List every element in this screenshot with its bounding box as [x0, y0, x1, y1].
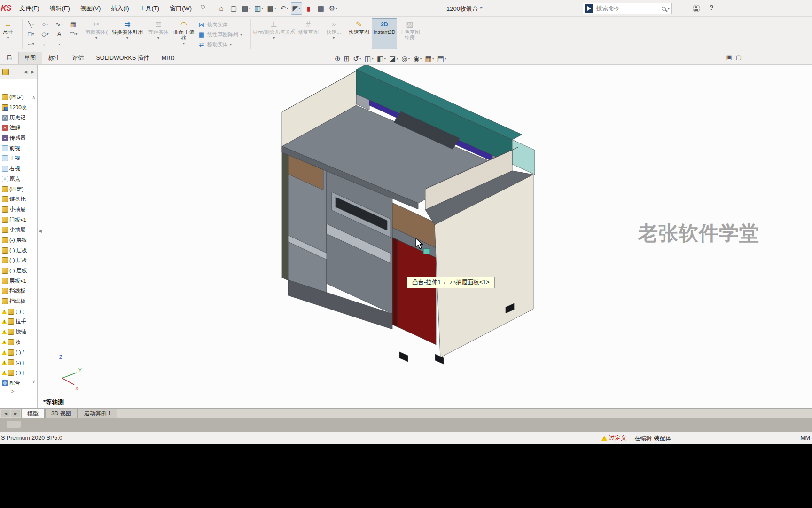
- tree-item[interactable]: (-) 层板: [0, 235, 37, 246]
- dropdown-caret-icon[interactable]: ▾: [298, 6, 300, 10]
- tree-item[interactable]: (-) }: [0, 357, 37, 368]
- options-gear-icon[interactable]: ⚙ ▾: [328, 2, 339, 15]
- doctab-prev-icon[interactable]: ◀: [1, 410, 10, 417]
- ribbon-shaded-contours-button[interactable]: 上色草图轮廓 ▾: [397, 18, 422, 49]
- dropdown-caret-icon[interactable]: ▾: [445, 56, 446, 61]
- undock-ribbon-icon[interactable]: ▣: [726, 54, 732, 61]
- menu-file[interactable]: 文件(F): [14, 0, 45, 17]
- tree-item[interactable]: 门板<1: [0, 214, 37, 225]
- dropdown-caret-icon[interactable]: ▾: [95, 35, 97, 41]
- feature-manager-tab-icon[interactable]: [2, 69, 9, 75]
- dropdown-caret-icon[interactable]: ▾: [408, 56, 410, 61]
- dropdown-caret-icon[interactable]: ▾: [230, 42, 232, 47]
- dropdown-caret-icon[interactable]: ▾: [46, 22, 48, 26]
- dropdown-caret-icon[interactable]: ▾: [61, 22, 63, 26]
- section-view-icon[interactable]: ◫ ▾: [365, 55, 374, 63]
- dropdown-caret-icon[interactable]: ▾: [372, 56, 374, 61]
- tree-item[interactable]: (-) 层板: [0, 245, 37, 255]
- hide-show-items-icon[interactable]: ◎ ▾: [401, 55, 410, 63]
- zoom-fit-icon[interactable]: ⊕ ▾: [335, 55, 341, 63]
- search-icon[interactable]: [662, 7, 666, 11]
- tab-sketch[interactable]: 草图: [18, 52, 42, 64]
- dropdown-caret-icon[interactable]: ▾: [126, 35, 128, 41]
- ribbon-convert-entities-button[interactable]: 转换实体引用 ▾: [109, 18, 146, 49]
- tree-scroll-down-icon[interactable]: ∨: [32, 379, 35, 384]
- model-top-rail-end[interactable]: [512, 140, 535, 175]
- view-settings-icon[interactable]: ▤ ▾: [437, 55, 446, 63]
- fillet-tool-icon[interactable]: ⌐ ▾: [38, 39, 52, 49]
- save-icon[interactable]: ▥ ▾: [253, 2, 265, 15]
- panel-collapse-icon[interactable]: ◀: [39, 229, 42, 233]
- ribbon-offset-on-surface-button[interactable]: 曲面上偏移 ▾: [171, 18, 196, 49]
- doctab-3d-views[interactable]: 3D 视图: [45, 409, 78, 418]
- tree-item[interactable]: 配合: [0, 378, 37, 388]
- tree-expand-more[interactable]: >: [11, 389, 14, 394]
- ribbon-offset-entities-button[interactable]: 等距实体 ▾: [146, 18, 171, 49]
- tree-item[interactable]: 挡线板: [0, 286, 37, 296]
- help-icon[interactable]: ?: [710, 4, 714, 11]
- tree-item[interactable]: (-) 层板: [0, 255, 37, 266]
- tree-item[interactable]: 挡线板: [0, 296, 37, 307]
- ribbon-instant2d-button[interactable]: Instant2D ▾: [372, 18, 397, 49]
- tree-item[interactable]: 前视: [0, 143, 37, 153]
- tree-item[interactable]: 历史记: [0, 112, 37, 123]
- tree-item[interactable]: 收: [0, 337, 37, 348]
- tab-layout[interactable]: 局: [0, 52, 18, 64]
- sketch-grid-icon[interactable]: ▦ ▾: [66, 19, 80, 29]
- ribbon-linear-sketch-pattern-button[interactable]: 线性草图阵列 ▾: [196, 30, 249, 39]
- dropdown-caret-icon[interactable]: ▾: [336, 6, 337, 10]
- display-style-icon[interactable]: ◪ ▾: [389, 55, 398, 63]
- select-cursor-icon[interactable]: ◤ ▾: [291, 2, 302, 15]
- line-tool-icon[interactable]: ╲ ▾: [24, 19, 38, 29]
- dropdown-caret-icon[interactable]: ▾: [420, 56, 422, 61]
- tab-mbd[interactable]: MBD: [156, 52, 181, 64]
- tree-item[interactable]: (固定): [0, 92, 37, 103]
- tab-annotation[interactable]: 标注: [42, 52, 66, 64]
- doctab-model[interactable]: 模型: [21, 409, 45, 418]
- tree-item[interactable]: 小抽屉: [0, 225, 37, 235]
- collapse-ribbon-icon[interactable]: ▢: [736, 54, 742, 61]
- dropdown-caret-icon[interactable]: ▾: [32, 22, 34, 26]
- file-properties-icon[interactable]: ▤ ▾: [315, 2, 327, 15]
- ribbon-repair-sketch-button[interactable]: 修复草图 ▾: [296, 18, 321, 49]
- menu-tools[interactable]: 工具(T): [134, 0, 165, 17]
- dropdown-caret-icon[interactable]: ▾: [262, 6, 264, 10]
- home-icon[interactable]: ⌂ ▾: [216, 2, 227, 15]
- ribbon-mirror-entities-button[interactable]: 镜向实体 ▾: [196, 20, 249, 29]
- dropdown-caret-icon[interactable]: ▾: [287, 6, 289, 10]
- dropdown-caret-icon[interactable]: ▾: [432, 56, 434, 61]
- ribbon-display-delete-relations-button[interactable]: 显示/删除几何关系 ▾: [252, 18, 296, 49]
- tree-item[interactable]: 键盘托: [0, 194, 37, 205]
- doctab-motion-study-1[interactable]: 运动算例 1: [78, 409, 117, 418]
- print-icon[interactable]: ▦ ▾: [266, 2, 278, 15]
- dropdown-caret-icon[interactable]: ▾: [32, 32, 34, 36]
- tree-item[interactable]: 铰链: [0, 327, 37, 337]
- tab-solidworks-addins[interactable]: SOLIDWORKS 插件: [90, 52, 156, 64]
- edit-appearance-icon[interactable]: ◉ ▾: [413, 55, 422, 63]
- tab-evaluate[interactable]: 评估: [66, 52, 90, 64]
- spline-tool-icon[interactable]: ∿ ▾: [52, 19, 66, 29]
- dropdown-caret-icon[interactable]: ▾: [273, 35, 275, 41]
- dropdown-caret-icon[interactable]: ▾: [32, 42, 34, 46]
- dropdown-caret-icon[interactable]: ▾: [396, 56, 398, 61]
- apply-scene-icon[interactable]: ▦ ▾: [425, 55, 434, 63]
- dropdown-caret-icon[interactable]: ▾: [7, 35, 9, 41]
- view-orientation-icon[interactable]: ◧ ▾: [377, 55, 386, 63]
- search-input[interactable]: [595, 5, 660, 12]
- ellipse-tool-icon[interactable]: ◇ ▾: [38, 29, 52, 39]
- menu-insert[interactable]: 插入(I): [106, 0, 134, 17]
- pin-menu-icon[interactable]: [200, 4, 205, 13]
- tree-item[interactable]: 原点: [0, 174, 37, 184]
- tree-item[interactable]: (-) }: [0, 368, 37, 378]
- ribbon-quick-snaps-button[interactable]: 快速... ▾: [321, 18, 346, 49]
- user-account-icon[interactable]: [693, 5, 700, 12]
- dropdown-caret-icon[interactable]: ▾: [183, 41, 185, 47]
- ribbon-smart-dimension-button[interactable]: 尺寸 ▾: [0, 18, 21, 49]
- dropdown-caret-icon[interactable]: ▾: [47, 32, 48, 36]
- undo-icon[interactable]: ↶ ▾: [279, 2, 290, 15]
- dropdown-caret-icon[interactable]: ▾: [249, 6, 250, 10]
- new-document-icon[interactable]: ▢ ▾: [228, 2, 239, 15]
- text-tool-icon[interactable]: A ▾: [52, 29, 66, 39]
- panel-forward-icon[interactable]: ▶: [31, 70, 34, 74]
- tree-item[interactable]: (-) (: [0, 306, 37, 317]
